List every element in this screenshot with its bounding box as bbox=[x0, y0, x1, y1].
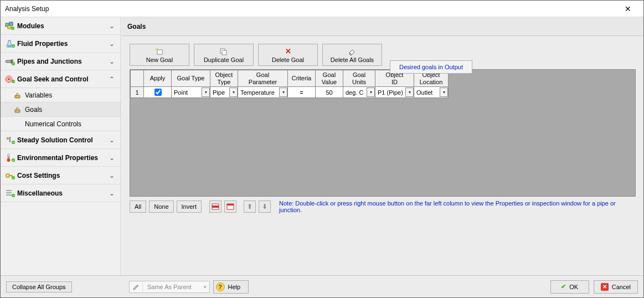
svg-rect-33 bbox=[212, 205, 219, 208]
chevron-down-icon: ⌄ bbox=[107, 22, 116, 30]
nav-label: Cost Settings bbox=[17, 172, 107, 179]
apply-checkbox[interactable] bbox=[154, 89, 162, 96]
target-icon bbox=[5, 75, 17, 84]
svg-rect-1 bbox=[9, 22, 13, 25]
content-pane: Goals New Goal Duplicate Goal bbox=[121, 17, 643, 275]
same-as-parent-dropdown[interactable]: Same As Parent ▾ bbox=[129, 281, 210, 293]
col-apply[interactable]: Apply bbox=[144, 70, 172, 87]
move-up-button[interactable]: ⬆ bbox=[244, 201, 256, 213]
grid-note: Note: Double-click or press right mouse … bbox=[279, 200, 636, 213]
col-criteria[interactable]: Criteria bbox=[288, 70, 316, 87]
row-highlight-2-button[interactable] bbox=[224, 201, 236, 213]
delete-goal-button[interactable]: ✕ Delete Goal bbox=[258, 44, 318, 66]
sub-label: Variables bbox=[24, 91, 52, 99]
dropdown-icon[interactable]: ▾ bbox=[229, 88, 238, 97]
svg-rect-31 bbox=[222, 50, 226, 55]
delete-icon: ✕ bbox=[285, 47, 291, 56]
close-button[interactable]: ✕ bbox=[617, 4, 639, 13]
help-button[interactable]: ? Help bbox=[213, 280, 249, 294]
row-number[interactable]: 1 bbox=[131, 87, 144, 98]
eraser-icon bbox=[348, 47, 357, 56]
svg-rect-4 bbox=[8, 45, 11, 47]
svg-rect-25 bbox=[6, 190, 12, 191]
tab-desired-goals-output[interactable]: Desired goals in Output bbox=[390, 60, 472, 74]
collapse-all-groups-button[interactable]: Collapse All Groups bbox=[6, 281, 72, 292]
sidebar: Modules ⌄ Fluid Properties ⌄ Pipes and J… bbox=[1, 17, 121, 275]
cell-object-location[interactable]: Outlet▾ bbox=[414, 87, 449, 98]
cell-criteria[interactable]: = bbox=[288, 87, 316, 98]
svg-rect-27 bbox=[6, 194, 12, 196]
goals-grid[interactable]: Apply Goal Type Object Type Goal Paramet… bbox=[130, 69, 636, 197]
cell-goal-value[interactable]: 50 bbox=[316, 87, 343, 98]
nav-cost-settings[interactable]: Cost Settings ⌄ bbox=[1, 167, 121, 184]
nav-fluid-properties[interactable]: Fluid Properties ⌄ bbox=[1, 35, 121, 53]
edit-icon bbox=[130, 281, 143, 292]
col-goal-value[interactable]: Goal Value bbox=[316, 70, 343, 87]
duplicate-goal-button[interactable]: Duplicate Goal bbox=[194, 44, 254, 66]
sub-numerical-controls[interactable]: Numerical Controls bbox=[1, 117, 121, 131]
cancel-button[interactable]: ✕ Cancel bbox=[594, 280, 638, 294]
chevron-down-icon: ⌄ bbox=[107, 136, 116, 144]
nav-goal-seek[interactable]: Goal Seek and Control ⌃ bbox=[1, 70, 121, 88]
col-object-type[interactable]: Object Type bbox=[210, 70, 238, 87]
help-icon: ? bbox=[216, 282, 225, 291]
cell-object-type[interactable]: Pipe▾ bbox=[210, 87, 238, 98]
col-goal-type[interactable]: Goal Type bbox=[172, 70, 210, 87]
modules-icon bbox=[5, 22, 17, 30]
nav-label: Modules bbox=[17, 22, 107, 30]
list-icon bbox=[5, 189, 17, 198]
cell-goal-parameter[interactable]: Temperature▾ bbox=[238, 87, 288, 98]
sub-goals[interactable]: Goals bbox=[1, 102, 121, 117]
chevron-down-icon: ⌄ bbox=[107, 189, 116, 197]
nav-environmental[interactable]: Environmental Properties ⌄ bbox=[1, 149, 121, 167]
svg-rect-26 bbox=[6, 192, 12, 193]
cell-goal-units[interactable]: deg. C▾ bbox=[343, 87, 375, 98]
cell-goal-type[interactable]: Point▾ bbox=[172, 87, 210, 98]
chevron-down-icon: ⌄ bbox=[107, 172, 116, 179]
select-invert-button[interactable]: Invert bbox=[177, 201, 202, 213]
nav-miscellaneous[interactable]: Miscellaneous ⌄ bbox=[1, 184, 121, 202]
nav-modules[interactable]: Modules ⌄ bbox=[1, 17, 121, 35]
cancel-icon: ✕ bbox=[601, 283, 609, 291]
nav-steady-solution[interactable]: Steady Solution Control ⌄ bbox=[1, 131, 121, 149]
nav-label: Pipes and Junctions bbox=[17, 58, 107, 65]
delete-all-goals-button[interactable]: Delete All Goals bbox=[322, 44, 382, 66]
nav-pipes-junctions[interactable]: Pipes and Junctions ⌄ bbox=[1, 53, 121, 70]
select-none-button[interactable]: None bbox=[149, 201, 173, 213]
tools-icon bbox=[5, 136, 17, 145]
move-down-button[interactable]: ⬇ bbox=[259, 201, 271, 213]
key-icon bbox=[5, 171, 17, 180]
dropdown-icon: ▾ bbox=[202, 284, 209, 290]
dropdown-icon[interactable]: ▾ bbox=[405, 88, 414, 97]
cell-object-id[interactable]: P1 (Pipe)▾ bbox=[375, 87, 414, 98]
svg-point-11 bbox=[8, 78, 10, 80]
col-goal-units[interactable]: Goal Units bbox=[343, 70, 375, 87]
check-icon: ✔ bbox=[561, 283, 566, 290]
variables-icon bbox=[14, 91, 24, 99]
ok-button[interactable]: ✔ OK bbox=[550, 280, 589, 294]
select-all-button[interactable]: All bbox=[130, 201, 146, 213]
col-row bbox=[131, 70, 144, 87]
nav-label: Miscellaneous bbox=[17, 189, 107, 197]
dropdown-icon[interactable]: ▾ bbox=[440, 88, 448, 97]
content-header: Goals bbox=[122, 17, 643, 36]
button-label: Help bbox=[228, 284, 241, 290]
chevron-down-icon: ⌄ bbox=[107, 40, 116, 48]
cell-apply[interactable] bbox=[144, 87, 172, 98]
new-goal-button[interactable]: New Goal bbox=[130, 44, 189, 66]
pipe-icon bbox=[5, 57, 17, 66]
analysis-setup-dialog: Analysis Setup ✕ Modules ⌄ Fluid Propert… bbox=[0, 0, 644, 298]
row-highlight-1-button[interactable] bbox=[209, 201, 221, 213]
duplicate-icon bbox=[219, 47, 228, 56]
chevron-down-icon: ⌄ bbox=[107, 58, 116, 65]
dropdown-icon[interactable]: ▾ bbox=[367, 88, 375, 97]
svg-rect-2 bbox=[8, 25, 11, 29]
dropdown-icon[interactable]: ▾ bbox=[279, 88, 287, 97]
chevron-up-icon: ⌃ bbox=[107, 75, 116, 83]
col-goal-parameter[interactable]: Goal Parameter bbox=[238, 70, 288, 87]
svg-rect-13 bbox=[15, 95, 20, 98]
sub-variables[interactable]: Variables bbox=[1, 88, 121, 102]
table-row[interactable]: 1 Point▾ Pipe▾ Temperature▾ = 50 deg. C▾… bbox=[131, 87, 449, 98]
button-label: Delete Goal bbox=[272, 57, 304, 63]
dropdown-icon[interactable]: ▾ bbox=[202, 88, 210, 97]
